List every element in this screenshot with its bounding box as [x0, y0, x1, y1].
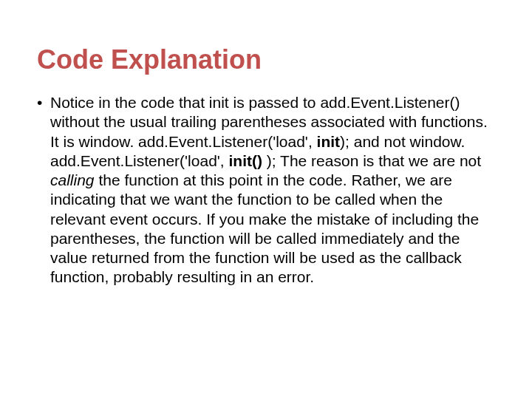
body-text: Notice in the code that init is passed t… [50, 94, 492, 285]
text-segment: ); The reason is that we are not [262, 152, 485, 169]
body-list: • Notice in the code that init is passed… [37, 93, 495, 287]
bullet-icon: • [37, 93, 42, 112]
text-segment: init() [229, 152, 262, 169]
slide-container: Code Explanation • Notice in the code th… [0, 0, 532, 399]
list-item: • Notice in the code that init is passed… [37, 93, 495, 287]
text-segment: calling [50, 171, 95, 188]
text-segment: init [317, 133, 341, 150]
text-segment: the function at this point in the code. … [50, 171, 483, 285]
slide-title: Code Explanation [37, 44, 495, 75]
